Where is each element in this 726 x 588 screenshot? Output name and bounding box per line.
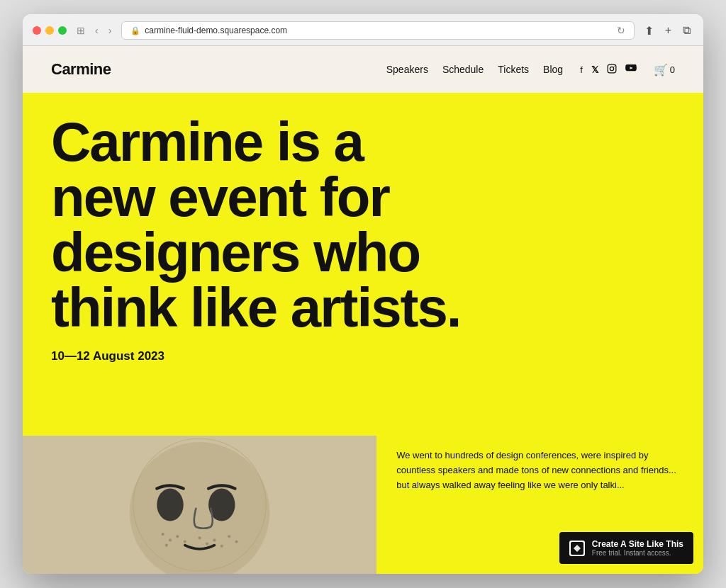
cart-icon: 🛒 — [654, 63, 668, 77]
svg-point-10 — [165, 544, 168, 547]
twitter-icon[interactable]: 𝕏 — [591, 64, 598, 75]
facebook-icon[interactable]: f — [580, 64, 583, 75]
svg-point-5 — [157, 489, 183, 521]
nav-blog[interactable]: Blog — [543, 64, 563, 75]
bottom-description: We went to hundreds of design conference… — [396, 448, 683, 492]
lock-icon: 🔒 — [130, 26, 140, 35]
squarespace-logo — [569, 541, 585, 556]
site-navigation: Carmine Speakers Schedule Tickets Blog f… — [23, 46, 703, 93]
squarespace-text-block: Create A Site Like This Free trial. Inst… — [592, 539, 683, 557]
instagram-icon[interactable] — [607, 64, 617, 76]
squarespace-banner[interactable]: Create A Site Like This Free trial. Inst… — [559, 532, 693, 564]
sidebar-toggle-button[interactable]: ⊞ — [74, 23, 88, 38]
nav-speakers[interactable]: Speakers — [386, 64, 428, 75]
nav-links: Speakers Schedule Tickets Blog — [386, 64, 563, 75]
address-bar[interactable]: 🔒 carmine-fluid-demo.squarespace.com ↻ — [121, 21, 634, 40]
svg-point-8 — [169, 538, 172, 541]
hero-date: 10—12 August 2023 — [51, 349, 675, 363]
svg-point-9 — [176, 535, 179, 538]
svg-point-14 — [206, 543, 208, 545]
site-logo[interactable]: Carmine — [51, 60, 111, 79]
svg-point-7 — [162, 533, 164, 536]
svg-point-18 — [235, 540, 238, 543]
browser-window: ⊞ ‹ › 🔒 carmine-fluid-demo.squarespace.c… — [23, 14, 703, 574]
new-tab-button[interactable]: + — [662, 23, 674, 38]
forward-button[interactable]: › — [106, 23, 115, 38]
minimize-button[interactable] — [45, 26, 54, 35]
svg-rect-0 — [608, 64, 616, 73]
browser-chrome: ⊞ ‹ › 🔒 carmine-fluid-demo.squarespace.c… — [23, 14, 703, 46]
squarespace-main-text: Create A Site Like This — [592, 539, 683, 549]
svg-point-12 — [191, 546, 194, 549]
cart-area[interactable]: 🛒 0 — [654, 63, 675, 77]
website-content: Carmine Speakers Schedule Tickets Blog f… — [23, 46, 703, 574]
svg-point-13 — [199, 536, 201, 539]
reload-icon[interactable]: ↻ — [617, 25, 625, 36]
nav-right: Speakers Schedule Tickets Blog f 𝕏 — [386, 63, 675, 77]
url-text: carmine-fluid-demo.squarespace.com — [145, 26, 287, 35]
share-button[interactable]: ⬆ — [642, 23, 657, 39]
traffic-lights — [33, 26, 67, 35]
face-image — [23, 436, 376, 574]
back-button[interactable]: ‹ — [92, 23, 101, 38]
nav-tickets[interactable]: Tickets — [498, 64, 529, 75]
social-icons: f 𝕏 — [580, 64, 637, 76]
hero-section: Carmine is a new event for designers who… — [23, 93, 703, 574]
squarespace-sub-text: Free trial. Instant access. — [592, 549, 683, 557]
svg-point-1 — [610, 67, 613, 70]
nav-schedule[interactable]: Schedule — [442, 64, 484, 75]
youtube-icon[interactable] — [625, 64, 637, 75]
close-button[interactable] — [33, 26, 41, 35]
svg-point-15 — [213, 538, 216, 541]
maximize-button[interactable] — [58, 26, 67, 35]
svg-point-16 — [220, 545, 223, 548]
cart-count: 0 — [670, 64, 675, 75]
browser-controls: ⊞ ‹ › — [74, 23, 114, 38]
svg-point-2 — [613, 66, 614, 67]
hero-headline: Carmine is a new event for designers who… — [51, 114, 462, 335]
svg-point-11 — [184, 540, 186, 543]
tabs-button[interactable]: ⧉ — [680, 23, 693, 38]
browser-actions: ⬆ + ⧉ — [642, 23, 693, 39]
svg-point-17 — [228, 535, 230, 538]
